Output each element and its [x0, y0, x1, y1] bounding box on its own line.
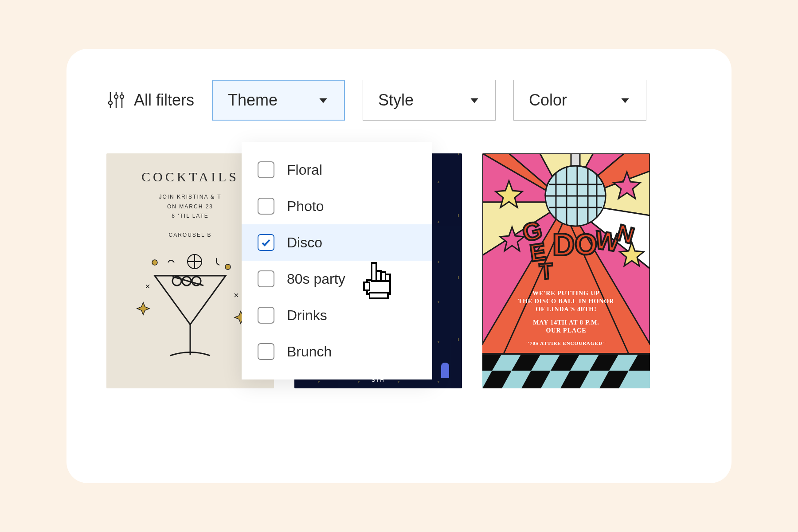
svg-point-11	[152, 260, 157, 265]
svg-text:MAY 14TH AT 8 P.M.: MAY 14TH AT 8 P.M.	[533, 319, 599, 326]
svg-text:THE DISCO BALL IN HONOR: THE DISCO BALL IN HONOR	[518, 298, 614, 305]
template-card-getdown[interactable]: G E T D O W N WE'RE PUTTING UP THE DISCO…	[482, 153, 650, 388]
svg-point-3	[109, 101, 112, 105]
theme-option-disco[interactable]: Disco	[242, 224, 432, 261]
checkbox[interactable]	[258, 270, 274, 287]
theme-option-floral[interactable]: Floral	[242, 152, 432, 188]
filters-row: All filters Theme Style Color	[106, 80, 692, 121]
template-subtext: JOIN KRISTINA & T ON MARCH 23 8 'TIL LAT…	[118, 192, 262, 240]
svg-point-12	[225, 264, 231, 270]
checkbox[interactable]	[258, 307, 274, 324]
chevron-down-icon	[469, 94, 480, 106]
theme-option-brunch[interactable]: Brunch	[242, 333, 432, 370]
style-dropdown[interactable]: Style	[363, 80, 496, 121]
theme-dropdown-panel: Floral Photo Disco 80s party Drinks Brun…	[242, 142, 432, 379]
svg-text:OUR PLACE: OUR PLACE	[546, 327, 586, 334]
getdown-illustration: G E T D O W N WE'RE PUTTING UP THE DISCO…	[482, 153, 650, 388]
checkbox-checked[interactable]	[258, 234, 274, 251]
svg-text:OF LINDA'S 40TH!: OF LINDA'S 40TH!	[536, 306, 597, 313]
template-title: COCKTAILS	[118, 169, 262, 184]
svg-rect-38	[482, 353, 650, 355]
svg-rect-68	[364, 282, 370, 290]
style-label: Style	[378, 91, 414, 110]
svg-point-4	[114, 95, 118, 98]
theme-dropdown[interactable]: Theme	[212, 80, 345, 121]
option-label: Drinks	[287, 307, 327, 324]
color-label: Color	[529, 91, 567, 110]
sliders-icon	[106, 90, 126, 110]
cursor-icon	[361, 261, 396, 301]
martini-illustration	[128, 249, 252, 364]
option-label: Floral	[287, 162, 322, 178]
theme-option-photo[interactable]: Photo	[242, 188, 432, 224]
svg-rect-62	[367, 280, 390, 294]
svg-rect-67	[385, 274, 390, 281]
svg-text:O: O	[575, 228, 597, 261]
option-label: 80s party	[287, 271, 345, 287]
svg-text:T: T	[539, 258, 554, 284]
all-filters-label: All filters	[134, 91, 194, 110]
all-filters-button[interactable]: All filters	[106, 90, 194, 110]
option-label: Brunch	[287, 344, 332, 360]
color-dropdown[interactable]: Color	[513, 80, 646, 121]
svg-rect-63	[369, 293, 387, 298]
svg-point-5	[120, 95, 124, 98]
theme-option-drinks[interactable]: Drinks	[242, 297, 432, 333]
svg-rect-39	[571, 153, 580, 167]
checkbox[interactable]	[258, 198, 274, 215]
svg-text:WE'RE PUTTING UP: WE'RE PUTTING UP	[532, 290, 600, 297]
option-label: Photo	[287, 198, 324, 215]
svg-text:D: D	[552, 227, 575, 262]
checkbox[interactable]	[258, 343, 274, 360]
svg-text:''70S ATTIRE ENCOURAGED'': ''70S ATTIRE ENCOURAGED''	[526, 340, 606, 346]
filter-card: All filters Theme Style Color COCKTAILS …	[66, 49, 732, 483]
option-label: Disco	[287, 235, 322, 251]
checkbox[interactable]	[258, 161, 274, 178]
chevron-down-icon	[619, 94, 631, 106]
chevron-down-icon	[317, 94, 329, 106]
theme-label: Theme	[228, 91, 278, 110]
theme-option-80s[interactable]: 80s party	[242, 261, 432, 297]
